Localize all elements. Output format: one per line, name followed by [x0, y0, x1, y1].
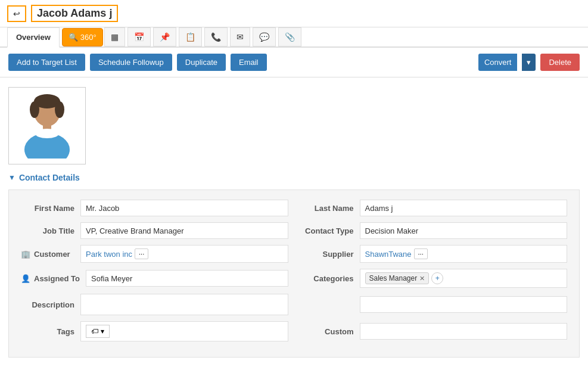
- field-assigned-to: 👤 Assigned To Sofia Meyer: [21, 269, 288, 288]
- field-customer: 🏢 Customer Park twon inc ···: [21, 245, 288, 263]
- tag-icon: 🏷: [91, 327, 98, 335]
- contact-type-label: Contact Type: [300, 226, 360, 235]
- field-empty-right: [300, 294, 568, 315]
- job-title-value: VP, Creative Brand Manager: [80, 222, 288, 239]
- customer-value: Park twon inc ···: [80, 245, 288, 263]
- supplier-label: Supplier: [300, 250, 360, 259]
- assigned-to-label: 👤 Assigned To: [21, 274, 86, 283]
- field-last-name: Last Name Adams j: [300, 200, 568, 216]
- convert-caret-button[interactable]: ▾: [522, 54, 536, 71]
- form-row-tags: Tags 🏷 ▾ Custom: [21, 321, 567, 341]
- field-custom: Custom: [300, 321, 568, 341]
- svg-point-3: [55, 101, 64, 118]
- add-to-target-list-button[interactable]: Add to Target List: [8, 54, 85, 71]
- category-tag-sales-manager: Sales Manager ✕: [365, 272, 430, 284]
- section-contact-details[interactable]: ▼ Contact Details: [8, 173, 580, 182]
- tab-chat[interactable]: 💬: [253, 27, 276, 46]
- last-name-value: Adams j: [360, 200, 568, 216]
- building-icon: 🏢: [21, 250, 30, 259]
- svg-point-2: [30, 101, 39, 118]
- schedule-followup-button[interactable]: Schedule Followup: [90, 54, 172, 71]
- convert-button[interactable]: Convert: [478, 54, 518, 71]
- tags-label: Tags: [21, 327, 80, 336]
- page-header: ↩ Jacob Adams j: [0, 0, 588, 27]
- description-label: Description: [21, 300, 80, 309]
- form-row-description: Description: [21, 294, 567, 315]
- form-row-assigned: 👤 Assigned To Sofia Meyer Categories Sal…: [21, 269, 567, 288]
- tags-button[interactable]: 🏷 ▾: [86, 325, 110, 338]
- field-categories: Categories Sales Manager ✕ +: [300, 269, 568, 288]
- assigned-to-value: Sofia Meyer: [86, 270, 288, 287]
- tab-overview[interactable]: Overview: [7, 27, 60, 48]
- field-contact-type: Contact Type Decision Maker: [300, 222, 568, 239]
- tab-table[interactable]: ▦: [104, 27, 125, 46]
- tab-360[interactable]: 🔍 360°: [62, 28, 103, 46]
- field-first-name: First Name Mr. Jacob: [21, 200, 288, 216]
- form-row-name: First Name Mr. Jacob Last Name Adams j: [21, 200, 567, 216]
- supplier-more-button[interactable]: ···: [414, 248, 428, 259]
- supplier-value: ShawnTwane ···: [360, 245, 568, 263]
- remove-category-button[interactable]: ✕: [419, 275, 425, 282]
- tab-attach[interactable]: 📎: [278, 27, 301, 46]
- tab-calendar[interactable]: 📅: [127, 27, 151, 46]
- tab-phone[interactable]: 📞: [204, 27, 228, 46]
- customer-label: 🏢 Customer: [21, 250, 80, 259]
- categories-value: Sales Manager ✕ +: [360, 269, 568, 288]
- email-button[interactable]: Email: [231, 54, 267, 71]
- tab-bar: Overview 🔍 360° ▦ 📅 📌 📋 📞 ✉ 💬 📎: [0, 27, 588, 48]
- form-row-job: Job Title VP, Creative Brand Manager Con…: [21, 222, 567, 239]
- contact-type-value: Decision Maker: [360, 222, 568, 239]
- field-supplier: Supplier ShawnTwane ···: [300, 245, 568, 263]
- add-category-button[interactable]: +: [431, 272, 443, 284]
- search-icon: 🔍: [69, 33, 78, 42]
- description-value: [80, 294, 288, 315]
- supplier-link[interactable]: ShawnTwane: [365, 250, 412, 259]
- form-row-customer: 🏢 Customer Park twon inc ··· Supplier Sh…: [21, 245, 567, 263]
- field-description: Description: [21, 294, 288, 315]
- first-name-label: First Name: [21, 204, 80, 213]
- chevron-down-icon: ▼: [8, 173, 15, 182]
- duplicate-button[interactable]: Duplicate: [177, 54, 226, 71]
- main-content: ▼ Contact Details First Name Mr. Jacob L…: [0, 77, 588, 367]
- field-tags: Tags 🏷 ▾: [21, 321, 288, 341]
- details-panel: First Name Mr. Jacob Last Name Adams j J…: [8, 190, 580, 358]
- section-title: Contact Details: [19, 173, 80, 182]
- dropdown-icon: ▾: [101, 327, 104, 335]
- custom-label: Custom: [300, 327, 360, 336]
- first-name-value: Mr. Jacob: [80, 200, 288, 216]
- categories-label: Categories: [300, 274, 360, 283]
- customer-more-button[interactable]: ···: [135, 248, 148, 259]
- user-icon: 👤: [21, 274, 30, 283]
- back-button[interactable]: ↩: [7, 5, 26, 22]
- empty-right-value: [360, 296, 568, 313]
- tab-email[interactable]: ✉: [230, 27, 250, 46]
- tab-pin[interactable]: 📌: [153, 27, 176, 46]
- customer-link[interactable]: Park twon inc: [86, 250, 132, 259]
- field-job-title: Job Title VP, Creative Brand Manager: [21, 222, 288, 239]
- action-toolbar: Add to Target List Schedule Followup Dup…: [0, 48, 588, 77]
- tags-value: 🏷 ▾: [80, 321, 288, 341]
- last-name-label: Last Name: [300, 204, 360, 213]
- custom-value: [360, 323, 568, 340]
- delete-button[interactable]: Delete: [540, 54, 580, 71]
- tab-grid[interactable]: 📋: [179, 27, 202, 46]
- page-title: Jacob Adams j: [31, 5, 118, 22]
- svg-point-6: [35, 129, 59, 138]
- avatar: [8, 87, 86, 164]
- job-title-label: Job Title: [21, 226, 80, 235]
